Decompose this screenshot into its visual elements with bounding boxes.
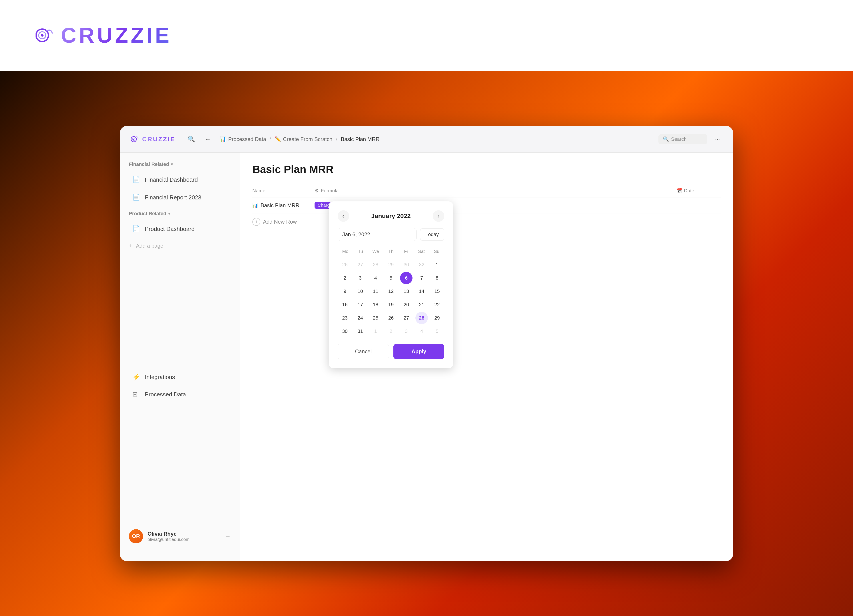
sidebar: Financial Related ▾ 📄 Financial Dashboar… [120,153,240,561]
calendar-day[interactable]: 32 [415,258,428,271]
financial-report-icon: 📄 [132,193,140,202]
calendar-day[interactable]: 1 [369,325,382,338]
add-page-button[interactable]: + Add a page [120,238,240,254]
calendar-day[interactable]: 31 [354,325,367,338]
table-row: 📊 Basic Plan MRR Charge Where — ·——· ·· … [252,197,721,213]
user-profile: OR Olivia Rhye olivia@untitledui.com → [129,529,231,543]
calendar-day[interactable]: 2 [339,272,351,284]
svg-point-2 [41,34,44,36]
breadcrumb-create-scratch[interactable]: ✏️ Create From Scratch [275,136,332,142]
calendar-day-highlighted[interactable]: 28 [415,312,428,324]
user-email: olivia@untitledui.com [147,537,220,542]
nav-back-button[interactable]: ← [203,134,212,144]
calendar-day[interactable]: 28 [369,258,382,271]
date-icon: 📅 [676,188,682,194]
window-logo-icon [131,135,140,143]
calendar-day[interactable]: 3 [400,325,413,338]
column-header-formula: ⚙ Formula [314,188,676,194]
calendar-day[interactable]: 21 [415,299,428,311]
titlebar-right: 🔍 Search ··· [659,134,722,144]
calendar-day[interactable]: 27 [354,258,367,271]
date-text-input[interactable] [338,228,416,241]
calendar-day[interactable]: 5 [385,272,397,284]
logo-area: CRUZZIE [35,23,172,47]
calendar-day[interactable]: 7 [415,272,428,284]
month-year-label: January 2022 [371,212,410,220]
column-header-name: Name [252,188,314,194]
row-name-icon: 📊 [252,203,258,208]
prev-month-button[interactable]: ‹ [338,210,349,222]
calendar-day[interactable]: 16 [339,299,351,311]
financial-dashboard-icon: 📄 [132,176,140,184]
main-content: Basic Plan MRR Name ⚙ Formula 📅 Date [240,153,733,561]
row-name-cell: 📊 Basic Plan MRR [252,202,314,208]
sidebar-item-product-dashboard[interactable]: 📄 Product Dashboard [123,220,236,237]
calendar-day[interactable]: 2 [385,325,397,338]
calendar-day[interactable]: 24 [354,312,367,324]
calendar-day[interactable]: 18 [369,299,382,311]
column-header-date: 📅 Date [676,188,721,194]
sidebar-item-processed-data[interactable]: ⊞ Processed Data [123,386,236,403]
calendar-day[interactable]: 26 [385,312,397,324]
calendar-day[interactable]: 25 [369,312,382,324]
calendar-day[interactable]: 13 [400,285,413,297]
financial-chevron-icon: ▾ [171,162,173,167]
add-page-icon: + [129,242,132,249]
calendar-day[interactable]: 9 [339,285,351,297]
day-header-sat: Sat [414,247,429,256]
calendar-day[interactable]: 4 [369,272,382,284]
calendar-day-selected[interactable]: 6 [400,272,413,284]
calendar-day[interactable]: 20 [400,299,413,311]
apply-button[interactable]: Apply [393,344,444,359]
desktop-area: CRUZZIE 🔍 ← 📊 Processed Data / ✏️ Create… [0,71,853,616]
next-month-button[interactable]: › [433,210,444,222]
calendar-day[interactable]: 5 [431,325,443,338]
calendar-day[interactable]: 29 [431,312,443,324]
cruzzie-logo-icon [35,26,56,44]
date-picker-actions: Cancel Apply [338,344,444,359]
user-avatar: OR [129,529,143,543]
calendar-day[interactable]: 4 [415,325,428,338]
user-info: Olivia Rhye olivia@untitledui.com [147,531,220,542]
calendar-days: 26 27 28 29 30 32 1 2 3 4 5 6 [338,258,444,338]
page-title: Basic Plan MRR [252,163,721,175]
product-section-label: Product Related ▾ [120,211,240,220]
calendar-day[interactable]: 3 [354,272,367,284]
calendar-day[interactable]: 14 [415,285,428,297]
logo-text: CRUZZIE [61,23,172,47]
calendar-day[interactable]: 17 [354,299,367,311]
sidebar-item-financial-report[interactable]: 📄 Financial Report 2023 [123,189,236,206]
calendar-day[interactable]: 10 [354,285,367,297]
more-options-button[interactable]: ··· [713,134,722,144]
calendar-day[interactable]: 1 [431,258,443,271]
calendar-day[interactable]: 22 [431,299,443,311]
window-body: Financial Related ▾ 📄 Financial Dashboar… [120,153,733,561]
calendar-day[interactable]: 19 [385,299,397,311]
calendar-grid: Mo Tu We Th Fr Sat Su 26 27 28 [338,247,444,338]
product-dashboard-icon: 📄 [132,225,140,233]
logout-button[interactable]: → [225,533,231,540]
sidebar-item-integrations[interactable]: ⚡ Integrations [123,369,236,386]
calendar-day[interactable]: 29 [385,258,397,271]
calendar-day[interactable]: 30 [400,258,413,271]
calendar-day[interactable]: 23 [339,312,351,324]
add-new-row-button[interactable]: + Add New Row [252,213,721,230]
today-button[interactable]: Today [420,228,444,241]
calendar-day[interactable]: 8 [431,272,443,284]
calendar-day[interactable]: 11 [369,285,382,297]
top-header: CRUZZIE [0,0,853,71]
cancel-button[interactable]: Cancel [338,344,389,359]
calendar-day[interactable]: 26 [339,258,351,271]
calendar-day[interactable]: 12 [385,285,397,297]
breadcrumb-processed-data[interactable]: 📊 Processed Data [220,136,266,142]
calendar-day[interactable]: 30 [339,325,351,338]
calendar-day[interactable]: 15 [431,285,443,297]
product-chevron-icon: ▾ [168,211,170,216]
add-row-icon: + [252,218,260,226]
processed-data-sidebar-icon: ⊞ [132,391,140,399]
titlebar-search-icon[interactable]: 🔍 [187,135,196,144]
sidebar-item-financial-dashboard[interactable]: 📄 Financial Dashboard [123,171,236,188]
calendar-day[interactable]: 27 [400,312,413,324]
search-bar[interactable]: 🔍 Search [659,134,707,144]
user-name: Olivia Rhye [147,531,220,537]
